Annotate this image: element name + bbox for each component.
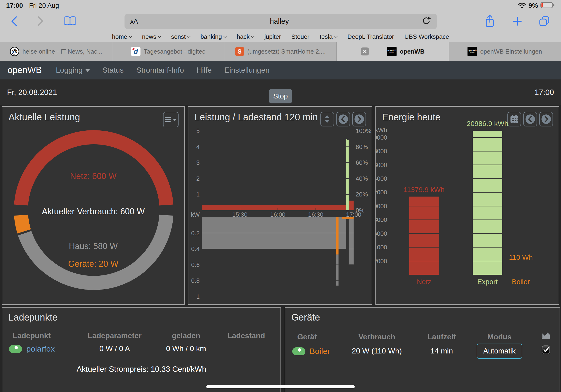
geraet-name[interactable]: Boiler: [310, 347, 330, 356]
close-icon[interactable]: [361, 47, 369, 55]
svg-text:3: 3: [196, 159, 200, 166]
svg-text:100%: 100%: [356, 127, 371, 134]
favorite-deepl-translator[interactable]: DeepL Translator: [347, 33, 394, 40]
col-header-geladen: geladen: [172, 331, 200, 340]
favorite-jupiter[interactable]: jupiter: [264, 33, 281, 40]
share-icon[interactable]: [485, 14, 495, 29]
svg-text:0.2: 0.2: [191, 230, 200, 237]
bookmarks-icon[interactable]: [64, 16, 76, 28]
favorite-home[interactable]: home: [112, 33, 131, 40]
svg-text:80%: 80%: [356, 143, 368, 150]
panel-title: Geräte: [291, 312, 320, 323]
geraet-toggle[interactable]: [292, 347, 305, 355]
browser-toolbar: AA halley: [0, 11, 561, 32]
tab-title: (umgesetzt) SmartHome 2....: [247, 48, 326, 55]
power-gauge: [2, 107, 185, 304]
chevron-down-icon: [334, 34, 338, 38]
svg-text:20000: 20000: [376, 134, 387, 141]
status-time: 17:00: [6, 2, 23, 9]
svg-text:18000: 18000: [376, 148, 387, 155]
chevron-down-icon: [251, 34, 254, 38]
favorite-sonst[interactable]: sonst: [171, 33, 190, 40]
gauge-haus-label: Haus: 580 W: [2, 241, 184, 251]
screen: 17:00 Fri 20 Aug 9% AA halley: [0, 0, 561, 392]
nav-item-einstellungen[interactable]: Einstellungen: [224, 66, 270, 75]
tabs-icon[interactable]: [539, 15, 550, 28]
horizontal-scrollbar[interactable]: [206, 385, 355, 388]
toggle-knob-icon: [298, 348, 301, 352]
svg-text:20%: 20%: [356, 191, 368, 198]
stop-button[interactable]: Stop: [269, 89, 292, 103]
favorites-bar: homenewssonstbankinghackjupiterSteuertes…: [0, 32, 561, 42]
tab-openwb[interactable]: openWBwallboxopenWB: [337, 42, 449, 61]
tab-openwb-einstellungen[interactable]: openWBwallboxopenWB Einstellungen: [449, 42, 561, 61]
svg-text:0.6: 0.6: [191, 261, 200, 268]
caret-down-icon: [86, 69, 90, 72]
forward-icon[interactable]: [37, 16, 44, 28]
toggle-knob-icon: [15, 346, 18, 349]
tab-title: Tagesangebot - digitec: [144, 48, 205, 55]
modus-automatik-button[interactable]: Automatik: [477, 344, 522, 359]
svg-text:8000: 8000: [376, 216, 387, 223]
openwb-favicon: openWBwallbox: [467, 47, 477, 56]
reader-aa-button[interactable]: AA: [130, 17, 138, 25]
back-icon[interactable]: [10, 16, 17, 28]
smarthome-favicon: S: [235, 47, 244, 56]
svg-text:Boiler: Boiler: [512, 278, 530, 285]
gauge-geraete-label: Geräte: 20 W: [2, 259, 184, 269]
nav-item-hilfe[interactable]: Hilfe: [197, 66, 212, 75]
new-tab-icon[interactable]: [512, 16, 522, 27]
digitec-favicon: d: [131, 47, 140, 56]
url-text[interactable]: halley: [138, 17, 421, 26]
svg-text:2: 2: [196, 175, 200, 182]
brand[interactable]: openWB: [8, 65, 42, 75]
favorite-tesla[interactable]: tesla: [320, 33, 337, 40]
nav-item-stromtarif-info[interactable]: Stromtarif-Info: [136, 66, 184, 75]
reload-icon[interactable]: [421, 16, 431, 27]
ladepunkt-toggle[interactable]: [9, 345, 22, 353]
address-bar[interactable]: AA halley: [125, 14, 437, 29]
svg-text:5: 5: [196, 127, 200, 134]
tab-tagesangebot-digitec[interactable]: dTagesangebot - digitec: [112, 42, 225, 61]
favorite-banking[interactable]: banking: [200, 33, 226, 40]
svg-text:10000: 10000: [376, 203, 387, 210]
col-header-geraet: Gerät: [297, 333, 317, 341]
svg-text:16000: 16000: [376, 162, 387, 168]
svg-text:14000: 14000: [376, 175, 387, 182]
nav-item-status[interactable]: Status: [102, 66, 124, 75]
openwb-navbar: openWB LoggingStatusStromtarif-InfoHilfe…: [0, 61, 561, 79]
check-icon: [542, 346, 550, 353]
svg-text:60%: 60%: [356, 159, 368, 166]
openwb-favicon: openWBwallbox: [387, 47, 397, 56]
favorite-ubs-workspace[interactable]: UBS Workspace: [404, 33, 449, 40]
ladepunkt-name-link[interactable]: polarfox: [26, 344, 55, 353]
chart-checkbox[interactable]: [542, 345, 550, 354]
laufzeit-value: 14 min: [430, 347, 453, 355]
panel-leistung-ladestand: Leistung / Ladestand 120 min 54321kW100%…: [188, 106, 372, 305]
col-header-ladepunkt: Ladepunkt: [13, 331, 51, 340]
svg-text:2000: 2000: [376, 258, 387, 265]
tab-umgesetzt-smarthome-2[interactable]: S(umgesetzt) SmartHome 2....: [224, 42, 337, 61]
current-date: Fr, 20.08.2021: [7, 88, 57, 97]
svg-text:4: 4: [196, 143, 200, 150]
chevron-down-icon: [223, 34, 227, 38]
battery-percent: 9%: [529, 2, 538, 9]
col-header-ladestand: Ladestand: [227, 331, 265, 340]
favorite-hack[interactable]: hack: [237, 33, 254, 40]
favorite-steuer[interactable]: Steuer: [291, 33, 309, 40]
col-header-laufzeit: Laufzeit: [428, 333, 456, 341]
tab-heise-online-it-news-nac[interactable]: @heise online - IT-News, Nac...: [0, 42, 112, 61]
col-header-modus: Modus: [487, 333, 511, 341]
svg-text:Export: Export: [477, 278, 498, 285]
svg-text:Netz: Netz: [417, 278, 431, 285]
nav-item-logging[interactable]: Logging: [56, 66, 90, 75]
panel-geraete: Geräte Gerät Verbrauch Laufzeit Modus Bo…: [285, 307, 560, 392]
tab-bar: @heise online - IT-News, Nac...dTagesang…: [0, 42, 561, 61]
svg-text:1: 1: [196, 293, 200, 300]
heise-favicon: @: [10, 47, 19, 56]
svg-text:11379.9 kWh: 11379.9 kWh: [404, 186, 445, 193]
panel-title: Ladepunkte: [9, 312, 58, 323]
tab-title: heise online - IT-News, Nac...: [22, 48, 102, 55]
favorite-news[interactable]: news: [142, 33, 161, 40]
tab-title: openWB: [400, 48, 424, 55]
